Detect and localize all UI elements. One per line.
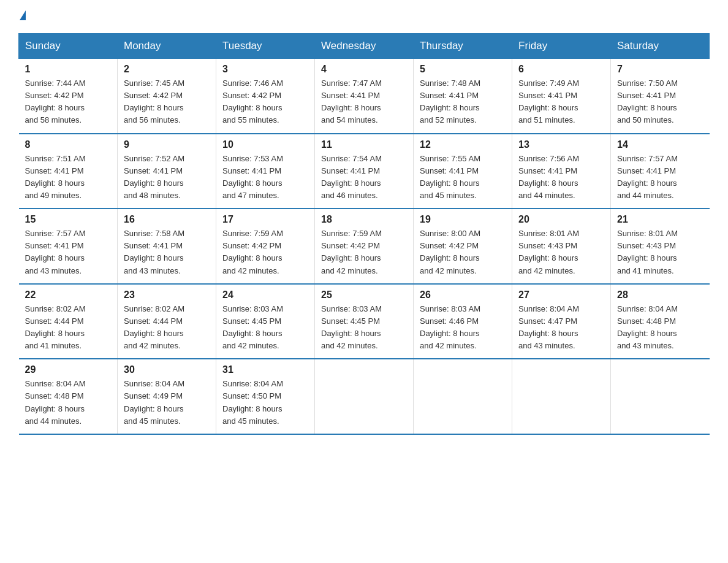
day-info: Sunrise: 8:04 AMSunset: 4:48 PMDaylight:…: [25, 378, 112, 427]
day-number: 4: [321, 64, 407, 75]
day-cell: 16Sunrise: 7:58 AMSunset: 4:41 PMDayligh…: [118, 209, 216, 284]
day-info: Sunrise: 7:44 AMSunset: 4:42 PMDaylight:…: [25, 77, 112, 127]
header-cell-tuesday: Tuesday: [216, 34, 315, 59]
header-cell-wednesday: Wednesday: [315, 34, 414, 59]
day-number: 14: [617, 139, 703, 150]
day-info: Sunrise: 7:53 AMSunset: 4:41 PMDaylight:…: [222, 153, 308, 202]
day-info: Sunrise: 8:01 AMSunset: 4:43 PMDaylight:…: [518, 228, 604, 277]
day-number: 5: [420, 64, 506, 75]
header-cell-thursday: Thursday: [414, 34, 512, 59]
day-number: 25: [321, 289, 407, 301]
day-cell: 19Sunrise: 8:00 AMSunset: 4:42 PMDayligh…: [414, 209, 512, 284]
header-cell-sunday: Sunday: [19, 34, 118, 59]
day-cell: 27Sunrise: 8:04 AMSunset: 4:47 PMDayligh…: [512, 284, 611, 359]
day-cell: 3Sunrise: 7:46 AMSunset: 4:42 PMDaylight…: [216, 59, 315, 134]
day-cell: 22Sunrise: 8:02 AMSunset: 4:44 PMDayligh…: [19, 284, 118, 359]
week-row-2: 8Sunrise: 7:51 AMSunset: 4:41 PMDaylight…: [19, 134, 710, 209]
day-number: 15: [25, 214, 112, 225]
day-cell: 17Sunrise: 7:59 AMSunset: 4:42 PMDayligh…: [216, 209, 315, 284]
day-info: Sunrise: 7:50 AMSunset: 4:41 PMDaylight:…: [617, 77, 703, 127]
day-cell: 24Sunrise: 8:03 AMSunset: 4:45 PMDayligh…: [216, 284, 315, 359]
day-cell: 30Sunrise: 8:04 AMSunset: 4:49 PMDayligh…: [118, 359, 216, 434]
day-number: 2: [124, 64, 210, 75]
day-info: Sunrise: 8:01 AMSunset: 4:43 PMDaylight:…: [617, 228, 703, 277]
day-info: Sunrise: 7:52 AMSunset: 4:41 PMDaylight:…: [124, 153, 210, 202]
day-number: 27: [518, 289, 604, 301]
week-row-5: 29Sunrise: 8:04 AMSunset: 4:48 PMDayligh…: [19, 359, 710, 434]
day-cell: 23Sunrise: 8:02 AMSunset: 4:44 PMDayligh…: [118, 284, 216, 359]
header-row: SundayMondayTuesdayWednesdayThursdayFrid…: [19, 34, 710, 59]
day-cell: 25Sunrise: 8:03 AMSunset: 4:45 PMDayligh…: [315, 284, 414, 359]
day-cell: 18Sunrise: 7:59 AMSunset: 4:42 PMDayligh…: [315, 209, 414, 284]
day-cell: 8Sunrise: 7:51 AMSunset: 4:41 PMDaylight…: [19, 134, 118, 209]
day-info: Sunrise: 7:54 AMSunset: 4:41 PMDaylight:…: [321, 153, 407, 202]
day-number: 23: [124, 289, 210, 301]
day-number: 26: [420, 289, 506, 301]
day-cell: 14Sunrise: 7:57 AMSunset: 4:41 PMDayligh…: [611, 134, 710, 209]
day-cell: 7Sunrise: 7:50 AMSunset: 4:41 PMDaylight…: [611, 59, 710, 134]
calendar-table: SundayMondayTuesdayWednesdayThursdayFrid…: [18, 33, 710, 435]
day-cell: 11Sunrise: 7:54 AMSunset: 4:41 PMDayligh…: [315, 134, 414, 209]
day-number: 9: [124, 139, 210, 150]
day-number: 31: [222, 364, 308, 375]
day-info: Sunrise: 7:46 AMSunset: 4:42 PMDaylight:…: [222, 77, 308, 127]
day-info: Sunrise: 8:02 AMSunset: 4:44 PMDaylight:…: [25, 303, 112, 353]
day-info: Sunrise: 7:45 AMSunset: 4:42 PMDaylight:…: [124, 77, 210, 127]
logo: [18, 12, 26, 22]
day-number: 18: [321, 214, 407, 225]
week-row-1: 1Sunrise: 7:44 AMSunset: 4:42 PMDaylight…: [19, 59, 710, 134]
day-number: 10: [222, 139, 308, 150]
day-cell: 26Sunrise: 8:03 AMSunset: 4:46 PMDayligh…: [414, 284, 512, 359]
day-number: 6: [518, 64, 604, 75]
header-cell-saturday: Saturday: [611, 34, 710, 59]
day-number: 20: [518, 214, 604, 225]
day-cell: 9Sunrise: 7:52 AMSunset: 4:41 PMDaylight…: [118, 134, 216, 209]
day-cell: [512, 359, 611, 434]
day-cell: [315, 359, 414, 434]
page-header: [18, 12, 710, 22]
day-number: 24: [222, 289, 308, 301]
day-cell: 2Sunrise: 7:45 AMSunset: 4:42 PMDaylight…: [118, 59, 216, 134]
day-info: Sunrise: 7:51 AMSunset: 4:41 PMDaylight:…: [25, 153, 112, 202]
day-number: 13: [518, 139, 604, 150]
day-cell: [414, 359, 512, 434]
header-cell-monday: Monday: [118, 34, 216, 59]
day-number: 7: [617, 64, 703, 75]
day-cell: 29Sunrise: 8:04 AMSunset: 4:48 PMDayligh…: [19, 359, 118, 434]
day-info: Sunrise: 7:57 AMSunset: 4:41 PMDaylight:…: [25, 228, 112, 277]
day-cell: 6Sunrise: 7:49 AMSunset: 4:41 PMDaylight…: [512, 59, 611, 134]
day-number: 16: [124, 214, 210, 225]
day-number: 28: [617, 289, 703, 301]
header-cell-friday: Friday: [512, 34, 611, 59]
day-cell: 12Sunrise: 7:55 AMSunset: 4:41 PMDayligh…: [414, 134, 512, 209]
day-info: Sunrise: 8:00 AMSunset: 4:42 PMDaylight:…: [420, 228, 506, 277]
day-info: Sunrise: 8:04 AMSunset: 4:50 PMDaylight:…: [222, 378, 308, 427]
day-info: Sunrise: 7:59 AMSunset: 4:42 PMDaylight:…: [222, 228, 308, 277]
day-info: Sunrise: 7:56 AMSunset: 4:41 PMDaylight:…: [518, 153, 604, 202]
day-info: Sunrise: 7:47 AMSunset: 4:41 PMDaylight:…: [321, 77, 407, 127]
day-info: Sunrise: 7:55 AMSunset: 4:41 PMDaylight:…: [420, 153, 506, 202]
day-info: Sunrise: 8:04 AMSunset: 4:47 PMDaylight:…: [518, 303, 604, 353]
day-number: 1: [25, 64, 112, 75]
day-info: Sunrise: 8:03 AMSunset: 4:45 PMDaylight:…: [222, 303, 308, 353]
day-info: Sunrise: 8:03 AMSunset: 4:45 PMDaylight:…: [321, 303, 407, 353]
day-number: 11: [321, 139, 407, 150]
day-cell: 4Sunrise: 7:47 AMSunset: 4:41 PMDaylight…: [315, 59, 414, 134]
day-info: Sunrise: 7:58 AMSunset: 4:41 PMDaylight:…: [124, 228, 210, 277]
day-info: Sunrise: 7:57 AMSunset: 4:41 PMDaylight:…: [617, 153, 703, 202]
day-cell: 13Sunrise: 7:56 AMSunset: 4:41 PMDayligh…: [512, 134, 611, 209]
day-info: Sunrise: 8:04 AMSunset: 4:49 PMDaylight:…: [124, 378, 210, 427]
day-cell: 15Sunrise: 7:57 AMSunset: 4:41 PMDayligh…: [19, 209, 118, 284]
calendar-body: 1Sunrise: 7:44 AMSunset: 4:42 PMDaylight…: [19, 59, 710, 434]
day-cell: 28Sunrise: 8:04 AMSunset: 4:48 PMDayligh…: [611, 284, 710, 359]
day-number: 21: [617, 214, 703, 225]
day-info: Sunrise: 7:49 AMSunset: 4:41 PMDaylight:…: [518, 77, 604, 127]
day-number: 12: [420, 139, 506, 150]
day-number: 30: [124, 364, 210, 375]
week-row-4: 22Sunrise: 8:02 AMSunset: 4:44 PMDayligh…: [19, 284, 710, 359]
day-info: Sunrise: 7:59 AMSunset: 4:42 PMDaylight:…: [321, 228, 407, 277]
day-cell: 21Sunrise: 8:01 AMSunset: 4:43 PMDayligh…: [611, 209, 710, 284]
day-info: Sunrise: 7:48 AMSunset: 4:41 PMDaylight:…: [420, 77, 506, 127]
logo-triangle-icon: [20, 10, 26, 20]
day-info: Sunrise: 8:02 AMSunset: 4:44 PMDaylight:…: [124, 303, 210, 353]
